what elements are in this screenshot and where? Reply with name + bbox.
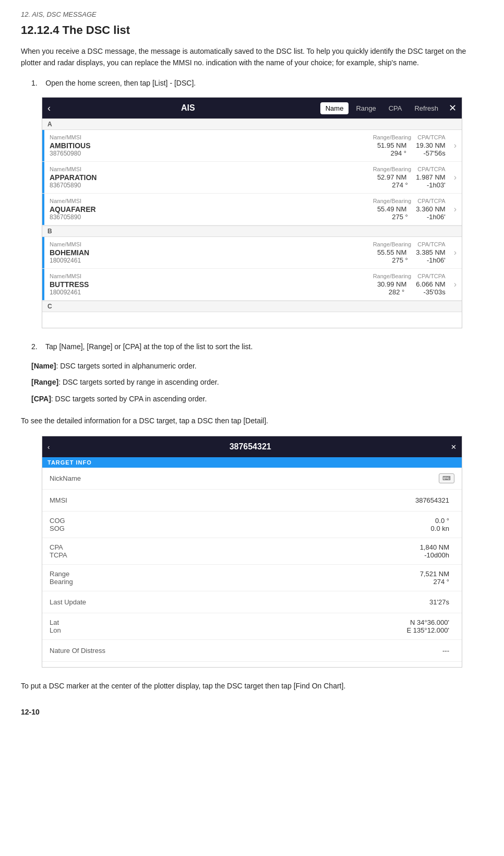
- detail-header: ‹ 387654321 ✕: [42, 436, 462, 457]
- bearing-value: 274 °: [112, 578, 449, 586]
- section-title: 12.12.4 The DSC list: [21, 23, 483, 37]
- step-1-number: 1.: [31, 79, 38, 87]
- chapter-header: 12. AIS, DSC MESSAGE: [21, 10, 483, 18]
- mmsi-label: MMSI: [50, 496, 112, 504]
- name-desc-text: : DSC targets sorted in alphanumeric ord…: [56, 362, 196, 370]
- col-header-name: Name/MMSI: [50, 166, 373, 172]
- keyboard-icon[interactable]: ⌨: [439, 473, 454, 483]
- tab-refresh[interactable]: Refresh: [409, 102, 443, 114]
- item-mmsi: 180092461: [50, 289, 373, 296]
- item-mmsi: 836705890: [50, 213, 373, 221]
- ais-title: AIS: [56, 103, 320, 113]
- detail-row-cog-sog: COG SOG 0.0 ° 0.0 kn: [42, 512, 462, 538]
- detail-close-button[interactable]: ✕: [451, 443, 457, 451]
- col-header-name: Name/MMSI: [50, 134, 373, 140]
- detail-screenshot: ‹ 387654321 ✕ TARGET INFO NickName ⌨ MMS…: [42, 436, 462, 668]
- tab-range[interactable]: Range: [351, 102, 381, 114]
- cog-sog-values: 0.0 ° 0.0 kn: [112, 517, 454, 532]
- detail-row-lat-lon: Lat Lon N 34°36.000' E 135°12.000': [42, 613, 462, 640]
- detail-row-nickname: NickName ⌨: [42, 468, 462, 490]
- item-range-cpa: 30.99 NM 6.066 NM: [373, 280, 446, 288]
- ais-header: ‹ AIS Name Range CPA Refresh ✕: [42, 98, 462, 118]
- cpa-tcpa-labels: CPA TCPA: [50, 543, 112, 559]
- range-label: [Range]: [31, 378, 58, 386]
- target-info-section-label: TARGET INFO: [42, 457, 462, 468]
- lat-value: N 34°36.000': [112, 619, 449, 626]
- cpa-tcpa-values: 1,840 NM -10d00h: [112, 543, 454, 559]
- item-name: AQUAFARER: [50, 205, 373, 213]
- ais-item-buttress[interactable]: Name/MMSI BUTTRESS 180092461 Range/Beari…: [42, 269, 462, 301]
- ais-list-screenshot: ‹ AIS Name Range CPA Refresh ✕ A Name/MM…: [42, 97, 462, 328]
- item-arrow: ›: [454, 205, 457, 214]
- col-header-range: Range/Bearing CPA/TCPA: [373, 273, 446, 279]
- section-title-text: The DSC list: [63, 23, 130, 37]
- ais-item-bohemian[interactable]: Name/MMSI BOHEMIAN 180092461 Range/Beari…: [42, 237, 462, 269]
- range-bearing-values: 7,521 NM 274 °: [112, 570, 454, 586]
- ais-item-apparation[interactable]: Name/MMSI APPARATION 836705890 Range/Bea…: [42, 162, 462, 194]
- item-range-cpa: 55.49 NM 3.360 NM: [373, 205, 446, 213]
- tcpa-value: -10d00h: [112, 551, 449, 559]
- step-1: 1. Open the home screen, then tap [List]…: [31, 77, 483, 89]
- lat-label: Lat: [50, 619, 112, 626]
- cpa-label-detail: CPA: [50, 543, 112, 551]
- lat-lon-values: N 34°36.000' E 135°12.000': [112, 619, 454, 634]
- detail-row-last-update: Last Update 31'27s: [42, 591, 462, 613]
- nickname-label: NickName: [50, 474, 112, 482]
- detail-row-cpa-tcpa: CPA TCPA 1,840 NM -10d00h: [42, 538, 462, 565]
- step-2: 2. Tap [Name], [Range] or [CPA] at the t…: [31, 341, 483, 352]
- ais-item-ambitious[interactable]: Name/MMSI AMBITIOUS 387650980 Range/Bear…: [42, 130, 462, 162]
- col-header-range: Range/Bearing CPA/TCPA: [373, 166, 446, 172]
- section-number: 12.12.4: [21, 23, 59, 37]
- col-header-name: Name/MMSI: [50, 273, 373, 279]
- item-bearing-tcpa: 275 ° -1h06': [373, 213, 446, 221]
- step-2-range-desc: [Range]: DSC targets sorted by range in …: [31, 376, 483, 389]
- cpa-label: [CPA]: [31, 395, 51, 403]
- item-range-cpa: 55.55 NM 3.385 NM: [373, 248, 446, 256]
- last-update-label: Last Update: [50, 598, 112, 606]
- item-bearing-tcpa: 275 ° -1h06': [373, 256, 446, 264]
- tcpa-label: TCPA: [50, 551, 112, 559]
- step-2-cpa-desc: [CPA]: DSC targets sorted by CPA in asce…: [31, 393, 483, 406]
- range-desc-text: : DSC targets sorted by range in ascendi…: [58, 378, 219, 386]
- last-update-value: 31'27s: [112, 598, 454, 606]
- item-arrow: ›: [454, 173, 457, 182]
- detail-row-mmsi: MMSI 387654321: [42, 490, 462, 512]
- item-mmsi: 836705890: [50, 182, 373, 189]
- item-arrow: ›: [454, 280, 457, 289]
- cog-sog-labels: COG SOG: [50, 517, 112, 532]
- item-name: APPARATION: [50, 173, 373, 182]
- detail-title: 387654321: [50, 442, 451, 451]
- tab-cpa[interactable]: CPA: [383, 102, 407, 114]
- col-header-name: Name/MMSI: [50, 241, 373, 247]
- col-header-range: Range/Bearing CPA/TCPA: [373, 198, 446, 204]
- cpa-value: 1,840 NM: [112, 543, 449, 551]
- lon-value: E 135°12.000': [112, 626, 449, 634]
- step-2-text: Tap [Name], [Range] or [CPA] at the top …: [45, 342, 253, 351]
- closing-text: To put a DSC marker at the center of the…: [21, 680, 483, 692]
- ais-item-aquafarer[interactable]: Name/MMSI AQUAFARER 836705890 Range/Bear…: [42, 194, 462, 225]
- item-mmsi: 180092461: [50, 257, 373, 264]
- name-label: [Name]: [31, 362, 56, 370]
- item-name: BUTTRESS: [50, 280, 373, 289]
- step-2-name-desc: [Name]: DSC targets sorted in alphanumer…: [31, 360, 483, 373]
- detail-intro-text: To see the detailed information for a DS…: [21, 415, 483, 426]
- step-1-text: Open the home screen, then tap [List] - …: [45, 79, 196, 87]
- cog-label: COG: [50, 517, 112, 525]
- section-a-label: A: [42, 118, 462, 130]
- section-c-label: C: [42, 301, 462, 312]
- item-range-cpa: 51.95 NM 19.30 NM: [373, 141, 446, 149]
- col-header-range: Range/Bearing CPA/TCPA: [373, 241, 446, 247]
- intro-paragraph: When you receive a DSC message, the mess…: [21, 45, 483, 69]
- detail-row-nature-distress: Nature Of Distress ---: [42, 640, 462, 662]
- ais-back-button[interactable]: ‹: [47, 103, 51, 114]
- item-bearing-tcpa: 282 ° -35'03s: [373, 288, 446, 296]
- col-header-range: Range/Bearing CPA/TCPA: [373, 134, 446, 140]
- bearing-label-detail: Bearing: [50, 578, 112, 586]
- page-number: 12-10: [21, 708, 483, 716]
- lon-label: Lon: [50, 626, 112, 634]
- tab-name[interactable]: Name: [320, 102, 349, 114]
- ais-close-button[interactable]: ✕: [449, 102, 457, 114]
- nature-distress-label: Nature Of Distress: [50, 647, 112, 655]
- sog-value: 0.0 kn: [112, 525, 449, 532]
- detail-row-range-bearing: Range Bearing 7,521 NM 274 °: [42, 565, 462, 591]
